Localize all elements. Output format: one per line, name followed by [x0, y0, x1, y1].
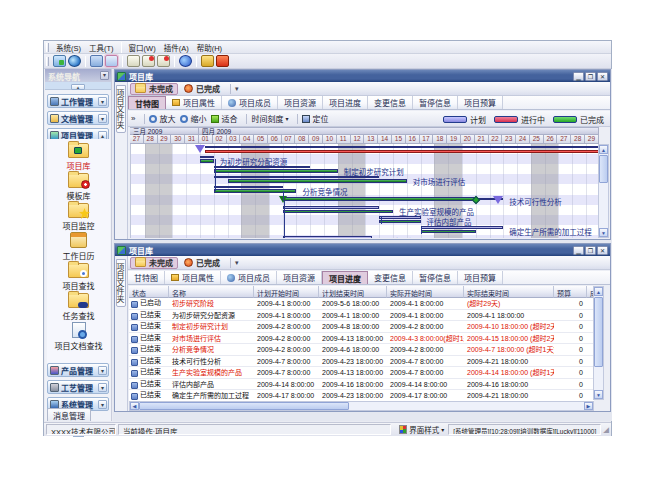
sidebar-group-工作管理[interactable]: 工作管理▾	[47, 94, 109, 108]
table-vscrollbar[interactable]: ▲ ▼	[593, 286, 604, 400]
sidebar-item-项目监控[interactable]: 项目监控	[47, 199, 110, 229]
table-tab-项目属性[interactable]: 项目属性	[165, 271, 221, 284]
table-row[interactable]: 已结束对市场进行评估2009-4-2 8:00:002009-4-13 18:0…	[129, 333, 594, 345]
column-header-实际结束时间[interactable]: 实际结束时间	[464, 286, 554, 298]
table-row[interactable]: 已结束生产实验室规模的产品2009-4-7 8:00:002009-4-13 1…	[129, 367, 594, 379]
menu-system[interactable]: 系统(S)	[52, 41, 85, 54]
column-header-实际开始时间[interactable]: 实际开始时间	[387, 286, 464, 298]
filter-dropdown[interactable]: ▾	[235, 259, 239, 267]
gantt-vscroll-thumb[interactable]	[599, 155, 608, 183]
project-folder-vtab[interactable]: 项目文件夹	[116, 259, 126, 307]
message-tab[interactable]: 消息管理	[47, 408, 91, 421]
table-hscroll-thumb[interactable]	[139, 402, 349, 410]
sidebar-item-工作日历[interactable]: 工作日历	[47, 229, 110, 259]
zoom-out-button[interactable]: 缩小	[180, 113, 206, 124]
lock-icon[interactable]	[201, 55, 214, 67]
gantt-vscrollbar[interactable]: ▲ ▼	[598, 144, 609, 238]
gantt-bar-plan[interactable]	[421, 226, 504, 229]
gantt-bar-active[interactable]	[205, 150, 599, 154]
exit-icon[interactable]	[216, 55, 229, 67]
globe-icon[interactable]	[68, 55, 81, 67]
gantt-tab-项目资源[interactable]: 项目资源	[278, 96, 323, 109]
scroll-left-arrow[interactable]: ◀	[130, 402, 139, 410]
gantt-bar-plan[interactable]	[214, 176, 379, 179]
gantt-bar-plan[interactable]	[200, 156, 214, 159]
table-tab-项目预算[interactable]: 项目预算	[458, 271, 503, 284]
table-row[interactable]: 已结束评估内部产品2009-4-14 8:00:002009-4-16 18:0…	[129, 379, 594, 391]
menu-help[interactable]: 帮助(H)	[193, 41, 226, 54]
sidebar-collapse-bar[interactable]: ▴	[45, 82, 111, 90]
gantt-bar-plan[interactable]	[214, 166, 311, 169]
minimize-button[interactable]: ▁	[573, 72, 584, 81]
gantt-tab-变更信息[interactable]: 变更信息	[368, 96, 413, 109]
gantt-bar-plan[interactable]	[205, 146, 599, 149]
table-tab-暂停信息[interactable]: 暂停信息	[413, 271, 458, 284]
gantt-bar-done[interactable]	[379, 220, 420, 224]
filter-finished-button[interactable]: 已完成	[180, 257, 224, 269]
gantt-tab-甘特图[interactable]: 甘特图	[128, 96, 166, 109]
table-hscrollbar[interactable]: ◀ ▶	[129, 401, 594, 411]
gantt-bar-plan[interactable]	[214, 186, 283, 189]
restore-button[interactable]: ❐	[585, 246, 596, 255]
sidebar-header-button[interactable]: ▾	[100, 71, 109, 80]
group-toggle-button[interactable]: ▾	[98, 114, 107, 123]
gantt-bar-done[interactable]	[283, 210, 393, 214]
gantt-tab-项目成员[interactable]: 项目成员	[222, 96, 278, 109]
help-icon[interactable]	[179, 55, 192, 67]
sidebar-group-文档管理[interactable]: 文档管理▾	[47, 111, 109, 125]
group-toggle-button[interactable]: ▾	[98, 366, 107, 375]
gantt-tab-项目进度[interactable]: 项目进度	[323, 96, 368, 109]
close-button[interactable]: ✕	[597, 72, 608, 81]
gantt-tab-项目预算[interactable]: 项目预算	[458, 96, 503, 109]
close-button[interactable]: ✕	[597, 246, 608, 255]
zoom-in-button[interactable]: 放大	[149, 113, 175, 124]
table-row[interactable]: 已结束为初步研究分配资源2009-4-1 8:00:002009-4-1 18:…	[129, 310, 594, 322]
style-dropdown-arrow[interactable]: ▾	[441, 426, 444, 433]
filter-unfinished-button[interactable]: 未完成	[130, 257, 178, 269]
gantt-bar-done[interactable]	[214, 189, 297, 193]
gantt-tab-项目属性[interactable]: 项目属性	[166, 96, 222, 109]
scroll-right-arrow[interactable]: ▶	[584, 402, 593, 410]
column-header-计划结束时间[interactable]: 计划结束时间	[319, 286, 387, 298]
scroll-down-arrow[interactable]: ▼	[594, 390, 603, 399]
filter-finished-button[interactable]: 已完成	[180, 83, 224, 95]
column-header-计划开始时间[interactable]: 计划开始时间	[254, 286, 319, 298]
minimize-button[interactable]: ▁	[573, 246, 584, 255]
group-toggle-button[interactable]: ▾	[98, 400, 107, 409]
table-tab-项目进度[interactable]: 项目进度	[322, 271, 368, 284]
table-tab-项目资源[interactable]: 项目资源	[277, 271, 322, 284]
locate-button[interactable]: 定位	[302, 113, 328, 124]
table-tab-甘特图[interactable]: 甘特图	[128, 271, 165, 284]
filter-unfinished-button[interactable]: 未完成	[130, 83, 178, 95]
scroll-up-arrow[interactable]: ▲	[594, 287, 603, 296]
sidebar-item-任务查找[interactable]: 任务查找	[47, 289, 110, 319]
sidebar-item-项目库[interactable]: 项目库	[47, 139, 110, 169]
resize-grip[interactable]: ◢	[603, 425, 609, 434]
folder-open-icon[interactable]	[105, 55, 118, 67]
menu-window[interactable]: 窗口(W)	[125, 41, 160, 54]
fit-button[interactable]: 适合	[211, 113, 237, 124]
gantt-bar-done[interactable]	[228, 179, 407, 183]
gantt-more-button[interactable]: »	[131, 114, 135, 123]
table-row[interactable]: 已结束制定初步研究计划2009-4-2 8:00:002009-4-8 18:0…	[129, 321, 594, 333]
sidebar-item-项目文档查找[interactable]: 项目文档查找	[47, 319, 110, 349]
table-row[interactable]: 已结束技术可行性分析2009-4-7 8:00:002009-4-23 18:0…	[129, 356, 594, 368]
gantt-bar-plan[interactable]	[283, 206, 380, 209]
scroll-up-arrow[interactable]: ▲	[599, 145, 608, 154]
column-header-状态[interactable]: 状态	[129, 286, 169, 298]
scroll-down-arrow[interactable]: ▼	[599, 228, 608, 237]
sidebar-item-项目查找[interactable]: 项目查找	[47, 259, 110, 289]
gantt-bar-done[interactable]	[283, 197, 476, 201]
folder-icon[interactable]	[90, 55, 103, 67]
gantt-bar-plan[interactable]	[283, 236, 373, 238]
project-folder-vtab[interactable]: 项目文件夹	[116, 85, 126, 133]
group-toggle-button[interactable]: ▾	[98, 383, 107, 392]
mail-alert-icon[interactable]	[142, 55, 155, 67]
table-vscroll-thumb[interactable]	[594, 297, 603, 367]
table-row[interactable]: 已启动初步研究阶段2009-4-1 8:00:002009-5-6 18:00:…	[129, 298, 594, 310]
menu-tools[interactable]: 工具(T)	[85, 41, 118, 54]
gantt-bar-done[interactable]	[214, 169, 338, 173]
table-tab-项目成员[interactable]: 项目成员	[221, 271, 277, 284]
table-tab-变更信息[interactable]: 变更信息	[368, 271, 413, 284]
menu-plugin[interactable]: 插件(A)	[160, 41, 193, 54]
